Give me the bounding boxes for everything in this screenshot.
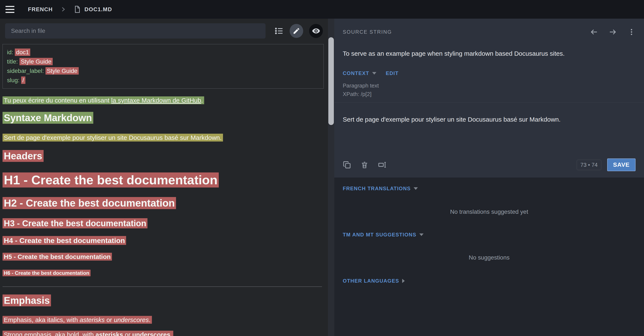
heading-h5-sample: H5 - Create the best documentation bbox=[2, 253, 324, 261]
frontmatter-key: id: bbox=[7, 49, 13, 56]
string-h2[interactable]: H2 - Create the best documentation bbox=[2, 197, 176, 209]
frontmatter-line: sidebar_label: Style Guide bbox=[7, 66, 319, 76]
section-other-languages[interactable]: OTHER LANGUAGES bbox=[343, 278, 636, 284]
seg-bold: asterisks bbox=[96, 331, 123, 336]
section-tm-mt-suggestions[interactable]: TM AND MT SUGGESTIONS bbox=[343, 232, 636, 238]
frontmatter-key: title: bbox=[7, 58, 18, 65]
list-view-icon[interactable] bbox=[274, 26, 284, 36]
string-emphasis-italic[interactable]: Emphasis, aka italics, with asterisks or… bbox=[2, 316, 152, 324]
string-h1[interactable]: H1 - Create the best documentation bbox=[2, 173, 219, 188]
kebab-menu-icon[interactable] bbox=[628, 28, 636, 36]
string-h4[interactable]: H4 - Create the best documentation bbox=[2, 236, 126, 245]
frontmatter-line: title: Style Guide bbox=[7, 57, 319, 66]
heading-syntaxe-markdown: Syntaxe Markdown bbox=[2, 112, 324, 124]
string-intro[interactable]: Tu peux écrire du contenu en utilisant l… bbox=[2, 96, 204, 104]
frontmatter-line: slug: / bbox=[7, 76, 319, 85]
search-input[interactable] bbox=[5, 23, 266, 39]
seg: . bbox=[149, 316, 150, 323]
clear-translation-icon[interactable] bbox=[360, 161, 368, 169]
frontmatter-block: id: doc1 title: Style Guide sidebar_labe… bbox=[2, 44, 324, 89]
string-syntax-heading[interactable]: Syntaxe Markdown bbox=[2, 112, 93, 124]
context-row: CONTEXT EDIT bbox=[343, 70, 636, 76]
insert-cursor-icon[interactable] bbox=[378, 160, 386, 169]
search-row bbox=[0, 19, 328, 39]
chevron-down-icon bbox=[419, 233, 424, 236]
intro-link[interactable]: la syntaxe Markdown de GitHub bbox=[111, 97, 201, 104]
string-h6[interactable]: H6 - Create the best documentation bbox=[2, 270, 90, 276]
file-icon bbox=[74, 6, 81, 13]
paragraph-emphasis-italic: Emphasis, aka italics, with asterisks or… bbox=[2, 316, 324, 324]
section-label: OTHER LANGUAGES bbox=[343, 278, 399, 284]
edit-mode-icon[interactable] bbox=[290, 24, 304, 38]
string-frontmatter-id[interactable]: doc1 bbox=[15, 49, 30, 56]
intro-period: . bbox=[201, 97, 203, 104]
string-frontmatter-title[interactable]: Style Guide bbox=[20, 58, 53, 65]
heading-emphasis: Emphasis bbox=[2, 294, 324, 306]
document-content: id: doc1 title: Style Guide sidebar_labe… bbox=[0, 39, 328, 336]
context-type: Paragraph text bbox=[343, 82, 636, 89]
section-label: TM AND MT SUGGESTIONS bbox=[343, 232, 416, 238]
paragraph-intro: Tu peux écrire du contenu en utilisant l… bbox=[2, 96, 324, 105]
context-label: CONTEXT bbox=[343, 70, 369, 76]
edit-context-button[interactable]: EDIT bbox=[386, 70, 398, 76]
seg: Strong emphasis, aka bold, with bbox=[4, 331, 96, 336]
heading-headers: Headers bbox=[2, 150, 324, 162]
chevron-down-icon bbox=[372, 72, 376, 75]
string-h5[interactable]: H5 - Create the best documentation bbox=[2, 253, 112, 261]
seg: or bbox=[123, 331, 132, 336]
char-counter: 73 • 74 bbox=[577, 160, 601, 170]
seg: or bbox=[105, 316, 114, 323]
editor-scrollbar[interactable] bbox=[328, 19, 334, 336]
frontmatter-key: slug: bbox=[7, 77, 20, 83]
translation-toolbar: 73 • 74 SAVE bbox=[343, 158, 636, 171]
no-translations-text: No translations suggested yet bbox=[343, 209, 636, 215]
seg-bold: underscores bbox=[132, 331, 170, 336]
next-string-icon[interactable] bbox=[608, 28, 617, 37]
string-emphasis-heading[interactable]: Emphasis bbox=[2, 294, 51, 306]
section-french-translations[interactable]: FRENCH TRANSLATIONS bbox=[343, 186, 636, 192]
app: FRENCH DOC1.MD id: doc1 title: Styl bbox=[0, 0, 644, 336]
breadcrumb-project[interactable]: FRENCH bbox=[28, 6, 53, 13]
preview-mode-icon[interactable] bbox=[309, 24, 323, 38]
save-button[interactable]: SAVE bbox=[607, 158, 636, 171]
string-nav bbox=[590, 28, 636, 37]
chevron-right-icon bbox=[60, 6, 66, 13]
scrollbar-thumb[interactable] bbox=[328, 37, 334, 125]
no-suggestions-text: No suggestions bbox=[343, 254, 636, 261]
previous-string-icon[interactable] bbox=[590, 28, 598, 37]
menu-icon[interactable] bbox=[6, 6, 14, 13]
string-emphasis-bold[interactable]: Strong emphasis, aka bold, with asterisk… bbox=[2, 331, 173, 336]
heading-h3-sample: H3 - Create the best documentation bbox=[2, 218, 324, 228]
source-string-card: SOURCE STRING To serve as an example pag… bbox=[334, 19, 644, 178]
frontmatter-key: sidebar_label: bbox=[7, 68, 44, 74]
heading-h2-sample: H2 - Create the best documentation bbox=[2, 197, 324, 209]
chevron-down-icon bbox=[414, 187, 418, 190]
string-styled-paragraph[interactable]: Sert de page d'exemple pour styliser un … bbox=[2, 134, 223, 141]
seg: . bbox=[170, 331, 172, 336]
string-frontmatter-sidebar-label[interactable]: Style Guide bbox=[46, 67, 79, 75]
card-header: SOURCE STRING bbox=[343, 19, 636, 37]
translation-input[interactable]: Sert de page d'exemple pour styliser un … bbox=[343, 115, 636, 123]
string-frontmatter-slug[interactable]: / bbox=[21, 76, 26, 84]
source-string-label: SOURCE STRING bbox=[343, 29, 392, 35]
horizontal-rule bbox=[2, 286, 322, 287]
context-toggle[interactable]: CONTEXT bbox=[343, 70, 376, 76]
editor-panel: id: doc1 title: Style Guide sidebar_labe… bbox=[0, 19, 328, 336]
copy-source-icon[interactable] bbox=[343, 160, 351, 169]
string-h3[interactable]: H3 - Create the best documentation bbox=[2, 218, 148, 228]
section-label: FRENCH TRANSLATIONS bbox=[343, 186, 411, 192]
paragraph-emphasis-bold: Strong emphasis, aka bold, with asterisk… bbox=[2, 330, 324, 336]
translation-panel: SOURCE STRING To serve as an example pag… bbox=[334, 19, 644, 336]
frontmatter-line: id: doc1 bbox=[7, 48, 319, 57]
seg-italic: asterisks bbox=[80, 316, 104, 323]
heading-h6-sample: H6 - Create the best documentation bbox=[2, 270, 324, 276]
chevron-right-icon bbox=[402, 279, 405, 283]
context-xpath: XPath: /p[2] bbox=[343, 91, 636, 97]
string-headers-heading[interactable]: Headers bbox=[2, 150, 44, 162]
heading-h4-sample: H4 - Create the best documentation bbox=[2, 236, 324, 245]
intro-text: Tu peux écrire du contenu en utilisant bbox=[4, 97, 111, 104]
source-text: To serve as an example page when styling… bbox=[343, 50, 636, 58]
heading-h1-sample: H1 - Create the best documentation bbox=[2, 173, 324, 188]
suggestions-area: FRENCH TRANSLATIONS No translations sugg… bbox=[334, 186, 644, 284]
breadcrumb-file[interactable]: DOC1.MD bbox=[84, 6, 112, 13]
